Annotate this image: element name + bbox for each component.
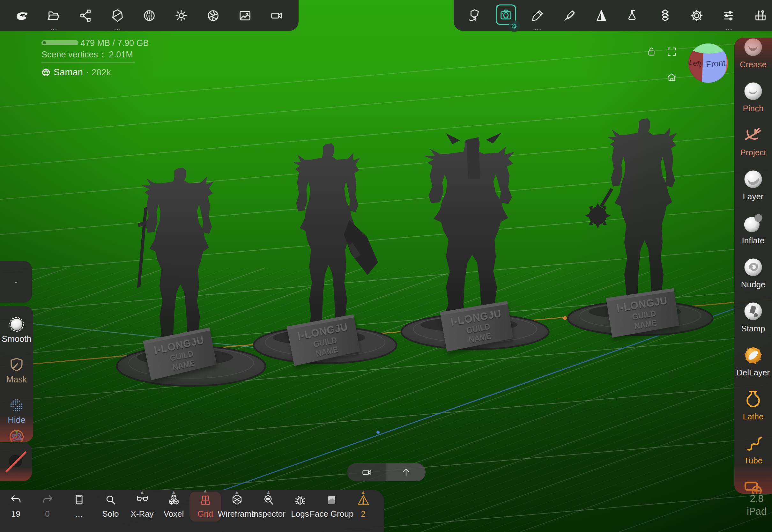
- record-video-button[interactable]: [347, 463, 386, 481]
- memory-label: 479 MB / 7.90 GB: [80, 38, 149, 48]
- screenshot-up-button[interactable]: [386, 463, 426, 481]
- quick-tools-panel: Smooth Mask Hide: [0, 306, 33, 442]
- camera-gear-badge[interactable]: [508, 20, 520, 32]
- fullscreen-button[interactable]: [665, 45, 678, 58]
- tool-label: Crease: [740, 60, 767, 70]
- layers-button[interactable]: [655, 5, 675, 26]
- tool-project[interactable]: Project: [734, 117, 772, 161]
- tool-dellayer[interactable]: DelLayer: [734, 337, 772, 381]
- tool-inflate[interactable]: Inflate: [734, 205, 772, 249]
- tool-sidebar: Crease Pinch Project Layer Inflate Nudge…: [734, 38, 772, 494]
- lock-view-button[interactable]: [645, 45, 658, 58]
- bottom-toolbar: 19 0 … Solo ▲ X-Ray ▲ Voxel ▲ Grid: [0, 490, 384, 532]
- object-name: Saman: [54, 67, 83, 78]
- selected-object-row[interactable]: Saman · 282k: [41, 67, 111, 78]
- system-info: 2.8 iPad: [741, 492, 772, 518]
- home-view-button[interactable]: [665, 71, 678, 84]
- stroke-pencil-button[interactable]: …: [527, 5, 548, 26]
- postprocess-button[interactable]: [203, 5, 223, 26]
- scene-graph-button[interactable]: [75, 5, 96, 26]
- xray-button[interactable]: ▲ X-Ray: [126, 493, 158, 519]
- app-logo-icon[interactable]: [11, 5, 32, 26]
- tool-insert[interactable]: Insert: [734, 469, 772, 494]
- camera-video-button[interactable]: [267, 5, 287, 26]
- tool-layer[interactable]: Layer: [734, 161, 772, 205]
- voxel-button[interactable]: ▲ Voxel: [158, 493, 189, 519]
- tube-icon: [743, 433, 764, 454]
- collapsed-slider-panel[interactable]: -: [0, 261, 32, 303]
- tool-tube[interactable]: Tube: [734, 425, 772, 469]
- sphere-layer-icon: [743, 169, 764, 190]
- wireframe-button[interactable]: ▲ Wireframe: [221, 493, 253, 519]
- top-left-toolbar: … …: [0, 0, 299, 31]
- tool-stamp[interactable]: Stamp: [734, 293, 772, 337]
- gizmo-front-label: Front: [706, 58, 726, 69]
- memory-gauge: [41, 40, 78, 45]
- import-model-button[interactable]: [464, 5, 484, 26]
- tool-mask[interactable]: Mask: [0, 347, 33, 387]
- paint-brush-button[interactable]: [559, 5, 580, 26]
- sphere-nudge-icon: [743, 257, 764, 278]
- files-button[interactable]: …: [43, 5, 64, 26]
- toolbox-button[interactable]: [750, 5, 771, 26]
- undo-count: 19: [11, 509, 20, 519]
- warning-count: 2: [361, 509, 365, 519]
- dotted-sphere-icon: [8, 397, 25, 414]
- gizmo-tool-button[interactable]: [0, 428, 33, 442]
- tool-lathe[interactable]: Lathe: [734, 381, 772, 425]
- lighting-button[interactable]: [171, 5, 191, 26]
- symmetry-button[interactable]: [591, 5, 612, 26]
- topology-button[interactable]: [139, 5, 160, 26]
- matcap-disabled-icon: [4, 450, 28, 474]
- sphere-dellayer-icon: [743, 345, 764, 366]
- tool-crease[interactable]: Crease: [734, 38, 772, 73]
- wire-sphere-icon: [41, 68, 50, 77]
- app-version: 2.8: [741, 492, 772, 505]
- memory-gauge-fill: [43, 41, 46, 44]
- grid-button[interactable]: ▲ Grid: [189, 492, 221, 521]
- top-right-toolbar: … …: [454, 0, 772, 31]
- viewport-canvas[interactable]: I-LONGJU GUILD NAME I-LONGJU GUILD NAME …: [0, 0, 772, 532]
- orientation-gizmo[interactable]: Front Left: [688, 43, 729, 84]
- sphere-stamp-icon: [743, 301, 764, 322]
- settings-gear-button[interactable]: [687, 5, 707, 26]
- sphere-pinch-icon: [743, 81, 764, 102]
- background-image-button[interactable]: [235, 5, 255, 26]
- inspector-button[interactable]: ▲ Inspector: [253, 493, 284, 519]
- more-indicator: …: [50, 26, 57, 29]
- sphere-rough-icon: [8, 316, 25, 333]
- scene-models[interactable]: [0, 0, 772, 532]
- axis-point-dot: [376, 431, 380, 434]
- facegroup-button[interactable]: Face Group: [316, 493, 347, 519]
- project-icon: [743, 125, 764, 146]
- stats-divider: [41, 63, 135, 63]
- axis-orbit-icon: [7, 428, 26, 442]
- capture-control: [347, 463, 426, 481]
- insert-icon: [743, 477, 764, 494]
- shield-brush-icon: [8, 356, 25, 373]
- solo-button[interactable]: Solo: [95, 493, 126, 519]
- redo-count: 0: [45, 509, 49, 519]
- lathe-icon: [743, 389, 764, 410]
- scene-vertices: Scene vertices： 2.01M: [41, 49, 133, 60]
- primitives-button[interactable]: …: [107, 5, 128, 26]
- warnings-button[interactable]: ▲ 2: [347, 493, 379, 519]
- undo-button[interactable]: 19: [0, 493, 32, 519]
- collapsed-handle: -: [14, 277, 18, 287]
- material-swatch-panel[interactable]: [0, 443, 32, 481]
- axis-origin-dot: [563, 316, 567, 320]
- tool-hide[interactable]: Hide: [0, 387, 33, 428]
- device-name: iPad: [741, 505, 772, 518]
- app-screen: I-LONGJU GUILD NAME I-LONGJU GUILD NAME …: [0, 0, 772, 532]
- camera-settings-button[interactable]: [496, 4, 516, 25]
- tool-smooth[interactable]: Smooth: [0, 306, 33, 347]
- filter-flask-button[interactable]: [623, 5, 643, 26]
- render-sliders-button[interactable]: …: [718, 5, 739, 26]
- sphere-crease-icon: [743, 38, 764, 58]
- redo-button[interactable]: 0: [32, 493, 63, 519]
- sphere-inflate-icon: [743, 213, 764, 234]
- tool-pinch[interactable]: Pinch: [734, 73, 772, 117]
- object-vertex-count: 282k: [92, 67, 111, 77]
- journal-button[interactable]: …: [63, 493, 95, 519]
- tool-nudge[interactable]: Nudge: [734, 249, 772, 293]
